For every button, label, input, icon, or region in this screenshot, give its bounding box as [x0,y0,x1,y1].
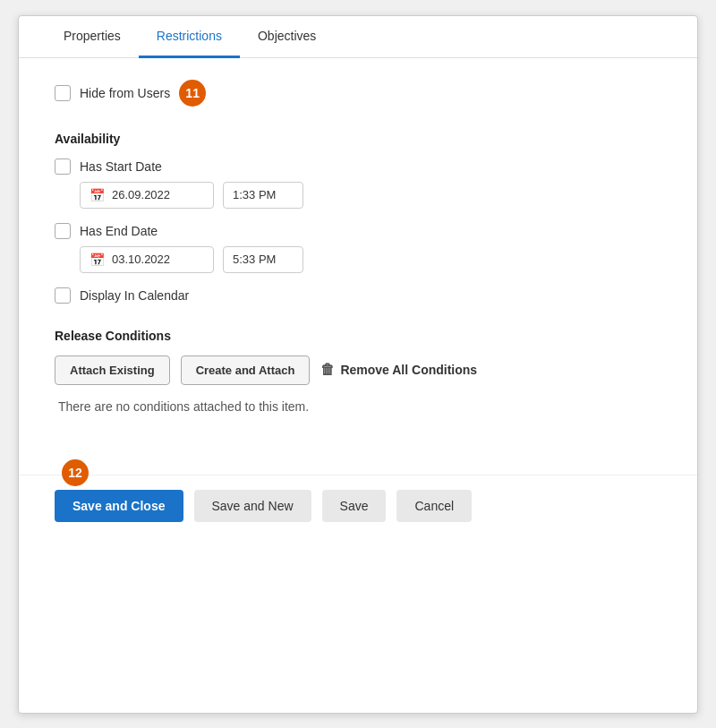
conditions-buttons: Attach Existing Create and Attach 🗑 Remo… [55,355,661,385]
tab-properties[interactable]: Properties [46,16,139,58]
release-conditions-section: Release Conditions Attach Existing Creat… [55,329,661,414]
end-time-value: 5:33 PM [233,253,276,266]
remove-all-conditions-button[interactable]: 🗑 Remove All Conditions [320,362,477,378]
end-date-inputs: 📅 03.10.2022 5:33 PM [80,246,661,273]
modal-container: Properties Restrictions Objectives Hide … [18,15,698,714]
start-date-value: 26.09.2022 [112,188,170,201]
end-date-label: Has End Date [80,224,158,238]
tab-restrictions[interactable]: Restrictions [139,16,240,58]
tabs-bar: Properties Restrictions Objectives [19,16,697,58]
start-date-calendar-icon: 📅 [90,188,105,202]
content-area: Hide from Users 11 Availability Has Star… [19,58,697,457]
end-date-input[interactable]: 📅 03.10.2022 [80,246,214,273]
start-date-inputs: 📅 26.09.2022 1:33 PM [80,182,661,209]
end-date-row: Has End Date 📅 03.10.2022 5:33 PM [55,223,661,273]
availability-section-title: Availability [55,132,661,146]
remove-all-label: Remove All Conditions [340,363,477,377]
hide-from-users-checkbox[interactable] [55,85,71,101]
cancel-button[interactable]: Cancel [396,490,472,522]
footer-badge: 12 [62,459,89,486]
end-date-calendar-icon: 📅 [90,253,105,267]
attach-existing-button[interactable]: Attach Existing [55,355,170,385]
end-date-label-row: Has End Date [55,223,661,239]
footer: 12 Save and Close Save and New Save Canc… [19,475,697,536]
hide-from-users-checkbox-wrapper: Hide from Users [55,85,170,101]
save-and-close-button[interactable]: Save and Close [55,490,183,522]
create-and-attach-button[interactable]: Create and Attach [181,355,311,385]
display-calendar-label: Display In Calendar [80,288,189,303]
availability-section: Availability Has Start Date 📅 26.09.2022… [55,132,661,304]
display-calendar-row: Display In Calendar [55,287,661,304]
start-date-input[interactable]: 📅 26.09.2022 [80,182,214,209]
start-time-input[interactable]: 1:33 PM [223,182,303,209]
end-date-value: 03.10.2022 [112,253,170,266]
save-button[interactable]: Save [322,490,387,522]
display-calendar-checkbox[interactable] [55,287,71,304]
tab-objectives[interactable]: Objectives [240,16,334,58]
trash-icon: 🗑 [320,362,335,378]
start-time-value: 1:33 PM [233,188,276,201]
end-time-input[interactable]: 5:33 PM [223,246,303,273]
start-date-label: Has Start Date [80,159,162,174]
start-date-row: Has Start Date 📅 26.09.2022 1:33 PM [55,158,661,209]
save-and-new-button[interactable]: Save and New [194,490,311,522]
start-date-checkbox[interactable] [55,158,71,175]
start-date-label-row: Has Start Date [55,158,661,175]
end-date-checkbox[interactable] [55,223,71,239]
hide-from-users-row: Hide from Users 11 [55,80,661,107]
no-conditions-text: There are no conditions attached to this… [58,399,661,414]
hide-from-users-label: Hide from Users [80,86,170,100]
release-conditions-title: Release Conditions [55,329,661,343]
hide-from-users-badge: 11 [179,80,206,107]
